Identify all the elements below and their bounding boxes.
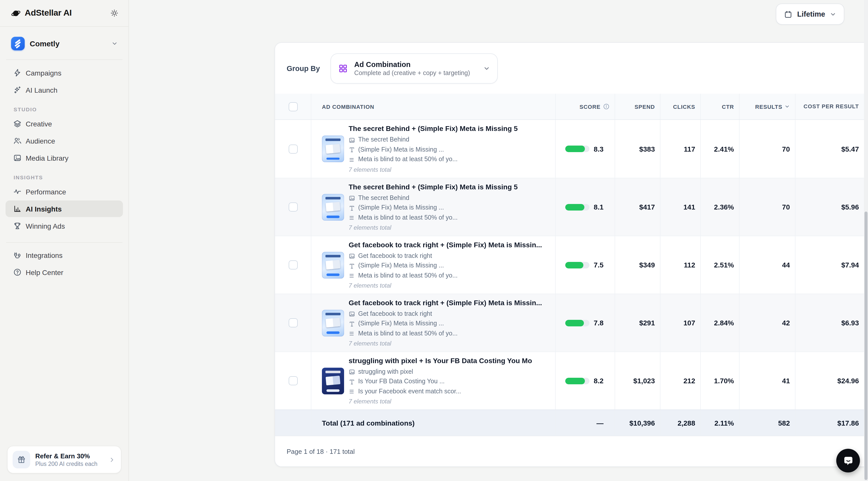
results-cell: 70 <box>739 178 795 236</box>
score-value: 7.5 <box>594 261 603 269</box>
ad-combination-cell: Get facebook to track right + (Simple Fi… <box>311 236 555 294</box>
copy-type-icon <box>349 321 355 327</box>
sidebar-item-audience[interactable]: Audience <box>5 132 123 149</box>
chevron-down-icon <box>111 40 118 46</box>
total-spend: $10,396 <box>615 410 660 436</box>
table-row[interactable]: The secret Behind + (Simple Fix) Meta is… <box>275 120 868 178</box>
chevron-down-icon <box>483 65 490 72</box>
table-row[interactable]: The secret Behind + (Simple Fix) Meta is… <box>275 178 868 236</box>
table-row[interactable]: struggling with pixel + Is Your FB Data … <box>275 352 868 410</box>
clicks-cell: 107 <box>660 294 700 352</box>
ad-combination-cell: The secret Behind + (Simple Fix) Meta is… <box>311 178 555 236</box>
ad-text-block: Get facebook to track right + (Simple Fi… <box>349 299 542 347</box>
score-bar-fill <box>565 320 584 326</box>
ad-combination-cell: The secret Behind + (Simple Fix) Meta is… <box>311 120 555 178</box>
bar-chart-icon <box>13 204 22 213</box>
cost-per-result-cell: $6.93 <box>795 294 864 352</box>
select-all-checkbox[interactable] <box>288 102 298 111</box>
row-checkbox[interactable] <box>288 144 298 153</box>
chat-widget-button[interactable] <box>836 449 860 473</box>
planet-logo-icon <box>11 8 21 18</box>
score-bar <box>565 262 589 268</box>
grid-icon <box>338 63 348 73</box>
column-header-ctr[interactable]: CTR <box>700 94 739 119</box>
group-by-dropdown[interactable]: Ad Combination Complete ad (creative + c… <box>331 53 498 83</box>
total-results: 582 <box>739 410 795 436</box>
referral-card[interactable]: Refer & Earn 30% Plus 200 AI credits eac… <box>7 446 121 474</box>
main-content: Lifetime Group By Ad Combination Complet… <box>129 0 868 481</box>
sidebar: AdStellar AI Cometly Campaigns AI Launch… <box>0 0 129 481</box>
workspace-selector[interactable]: Cometly <box>5 33 123 54</box>
group-by-label: Group By <box>287 64 320 72</box>
info-icon[interactable] <box>603 103 610 110</box>
row-checkbox[interactable] <box>288 202 298 212</box>
row-checkbox[interactable] <box>288 260 298 269</box>
sidebar-item-ai-insights[interactable]: AI Insights <box>5 200 123 217</box>
ad-title: Get facebook to track right + (Simple Fi… <box>349 299 542 307</box>
chevron-down-icon <box>830 11 836 18</box>
ad-thumbnail-book <box>326 318 341 328</box>
sidebar-item-campaigns[interactable]: Campaigns <box>5 64 123 81</box>
spend-cell: $291 <box>615 294 660 352</box>
ad-thumbnail <box>322 194 344 220</box>
date-range-value: Lifetime <box>797 10 825 18</box>
elements-total: 7 elements total <box>349 340 542 347</box>
sidebar-header: AdStellar AI <box>0 0 128 27</box>
score-cell: 7.8 <box>555 294 615 352</box>
group-by-description: Complete ad (creative + copy + targeting… <box>354 69 470 76</box>
sidebar-item-integrations[interactable]: Integrations <box>5 247 123 263</box>
sidebar-item-help-center[interactable]: Help Center <box>5 264 123 281</box>
window-scrollbar[interactable] <box>864 0 868 481</box>
copy-type-icon <box>349 205 355 211</box>
ctr-cell: 2.36% <box>700 178 739 236</box>
copy-type-icon <box>349 263 355 269</box>
referral-title: Refer & Earn 30% <box>35 452 97 460</box>
section-label-insights: INSIGHTS <box>0 174 128 180</box>
column-header-spend[interactable]: SPEND <box>615 94 660 119</box>
sidebar-item-winning-ads[interactable]: Winning Ads <box>5 218 123 234</box>
total-cost-per-result: $17.86 <box>795 410 864 436</box>
score-cell: 7.5 <box>555 236 615 294</box>
help-circle-icon <box>13 268 22 277</box>
column-header-score[interactable]: SCORE <box>555 94 615 119</box>
sidebar-item-media-library[interactable]: Media Library <box>5 150 123 166</box>
table-row[interactable]: Get facebook to track right + (Simple Fi… <box>275 236 868 294</box>
theme-toggle-sun-icon[interactable] <box>110 9 118 17</box>
sidebar-item-performance[interactable]: Performance <box>5 183 123 200</box>
column-header-results[interactable]: RESULTS <box>739 94 795 119</box>
spend-cell: $349 <box>615 236 660 294</box>
column-header-clicks[interactable]: CLICKS <box>660 94 700 119</box>
spend-cell: $383 <box>615 120 660 178</box>
referral-subtitle: Plus 200 AI credits each <box>35 461 97 467</box>
targeting-list-icon <box>349 330 355 337</box>
sidebar-item-ai-launch[interactable]: AI Launch <box>5 82 123 98</box>
score-bar-fill <box>565 204 585 210</box>
score-bar-fill <box>565 262 583 268</box>
score-cell: 8.2 <box>555 352 615 410</box>
insights-card: Group By Ad Combination Complete ad (cre… <box>275 42 868 467</box>
referral-text: Refer & Earn 30% Plus 200 AI credits eac… <box>35 452 97 467</box>
date-range-button[interactable]: Lifetime <box>776 3 844 25</box>
ad-title: struggling with pixel + Is Your FB Data … <box>349 357 532 365</box>
column-header-cost-per-result[interactable]: COST PER RESULT <box>795 94 864 119</box>
total-label: Total (171 ad combinations) <box>311 410 555 436</box>
app-root: AdStellar AI Cometly Campaigns AI Launch… <box>0 0 868 481</box>
ad-thumbnail-book <box>326 376 341 386</box>
targeting-list-icon <box>349 215 355 221</box>
ad-creative-line: Get facebook to track right <box>349 251 542 261</box>
table-row[interactable]: Get facebook to track right + (Simple Fi… <box>275 294 868 352</box>
creative-image-icon <box>349 311 355 317</box>
total-score: — <box>555 410 615 436</box>
row-checkbox[interactable] <box>288 318 298 327</box>
ad-text-block: Get facebook to track right + (Simple Fi… <box>349 241 542 289</box>
ad-creative-line: Get facebook to track right <box>349 309 542 319</box>
sidebar-item-creative[interactable]: Creative <box>5 115 123 132</box>
column-header-ad-combination[interactable]: AD COMBINATION <box>311 94 555 119</box>
ad-targeting-line: Meta is blind to at least 50% of yo... <box>349 155 518 165</box>
gift-icon <box>12 451 30 469</box>
row-checkbox[interactable] <box>288 376 298 385</box>
clicks-cell: 117 <box>660 120 700 178</box>
window-scrollbar-thumb[interactable] <box>865 212 868 480</box>
ad-title: Get facebook to track right + (Simple Fi… <box>349 241 542 249</box>
workspace-name: Cometly <box>30 39 59 47</box>
